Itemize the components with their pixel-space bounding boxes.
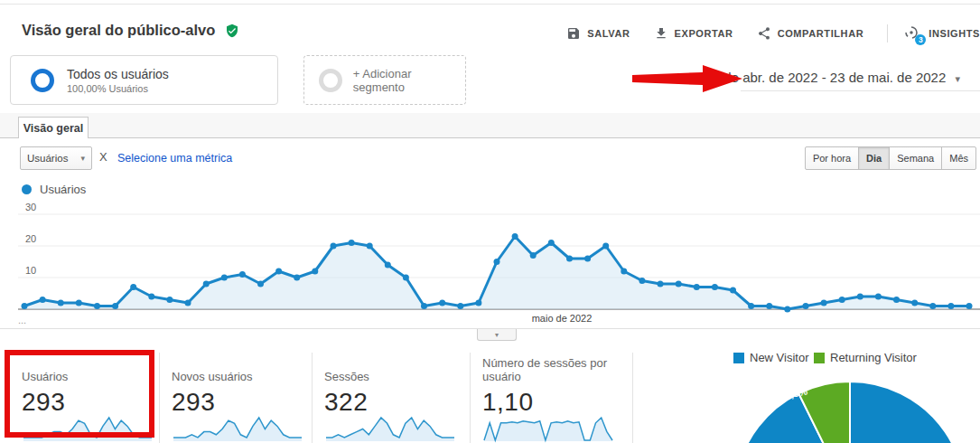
granularity-week-button[interactable]: Semana (889, 146, 942, 170)
users-line-chart[interactable]: 102030maio de 2022... (0, 203, 980, 330)
svg-text:...: ... (18, 315, 26, 325)
svg-text:30: 30 (25, 203, 36, 212)
add-segment-label: + Adicionar segmento (353, 67, 465, 94)
sparkline-chart (172, 412, 303, 443)
svg-text:20: 20 (25, 233, 36, 244)
segment-all-users[interactable]: Todos os usuários 100,00% Usuários (10, 55, 278, 105)
metric-select-value: Usuários (27, 153, 68, 164)
card-divider (632, 353, 633, 443)
series-dot-icon (22, 184, 32, 194)
card-divider (470, 353, 471, 443)
date-range-selector[interactable]: 1 de abr. de 2022 - 23 de mai. de 2022 ▾ (713, 70, 960, 85)
granularity-day-button[interactable]: Dia (858, 146, 890, 170)
metric-card-label: Novos usuários (172, 370, 303, 383)
chart-legend: Usuários (22, 183, 86, 196)
download-icon (654, 26, 668, 41)
metric-card-label: Sessões (324, 370, 456, 383)
metric-select-dropdown[interactable]: Usuários ▾ (20, 146, 92, 170)
save-label: SALVAR (587, 28, 630, 39)
save-icon (566, 26, 581, 41)
insights-icon: 3 (904, 25, 922, 42)
granularity-button-group: Por hora Dia Semana Mês (806, 146, 976, 170)
export-label: EXPORTAR (675, 28, 733, 39)
visitor-type-pie-chart[interactable] (705, 344, 980, 443)
metric-card-sessions[interactable]: Sessões 322 (324, 340, 456, 443)
segment-title: Todos os usuários (67, 67, 169, 81)
share-button[interactable]: COMPARTILHAR (757, 26, 864, 41)
sparkline-chart (482, 412, 614, 443)
annotation-red-arrow (632, 62, 745, 95)
insights-badge: 3 (915, 34, 926, 45)
top-divider (0, 4, 980, 5)
verified-shield-icon (225, 24, 239, 42)
date-range-underline (741, 90, 980, 91)
chart-legend-label: Usuários (40, 183, 86, 196)
chevron-down-icon: ▾ (955, 73, 960, 84)
insights-button[interactable]: 3 INSIGHTS (904, 25, 980, 42)
segment-subtitle: 100,00% Usuários (67, 83, 169, 94)
metric-card-new-users[interactable]: Novos usuários 293 (172, 340, 303, 443)
chevron-down-icon: ▾ (80, 154, 85, 163)
metric-card-label: Número de sessões por usuário (482, 356, 623, 383)
date-range-text: 1 de abr. de 2022 - 23 de mai. de 2022 (713, 70, 947, 85)
page-title-text: Visão geral do público-alvo (22, 22, 215, 38)
save-button[interactable]: SALVAR (566, 26, 630, 41)
page-title: Visão geral do público-alvo (22, 22, 239, 42)
share-icon (757, 26, 771, 41)
insights-label: INSIGHTS (929, 28, 980, 39)
sparkline-chart (324, 412, 456, 443)
metric-card-sessions-per-user[interactable]: Número de sessões por usuário 1,10 (482, 340, 623, 443)
segment-ring-gray-icon (319, 69, 342, 92)
vs-label: X (99, 150, 107, 164)
tab-overview[interactable]: Visão geral (18, 117, 89, 138)
granularity-hour-button[interactable]: Por hora (805, 146, 859, 170)
toolbar-separator (887, 24, 888, 42)
header-toolbar: SALVAR EXPORTAR COMPARTILHAR 3 INSIGHTS (566, 24, 980, 43)
select-metric-link[interactable]: Selecione uma métrica (117, 152, 232, 165)
add-segment-button[interactable]: + Adicionar segmento (303, 55, 466, 105)
tab-bar (0, 113, 980, 138)
card-divider (159, 353, 160, 443)
chevron-down-icon: ▾ (495, 331, 499, 339)
svg-text:10: 10 (25, 265, 36, 276)
card-divider (312, 353, 313, 443)
export-button[interactable]: EXPORTAR (654, 26, 733, 41)
segment-ring-icon (31, 69, 54, 92)
svg-text:maio de 2022: maio de 2022 (532, 313, 593, 324)
share-label: COMPARTILHAR (778, 28, 864, 39)
annotation-red-box (5, 350, 154, 438)
granularity-month-button[interactable]: Mês (941, 146, 976, 170)
